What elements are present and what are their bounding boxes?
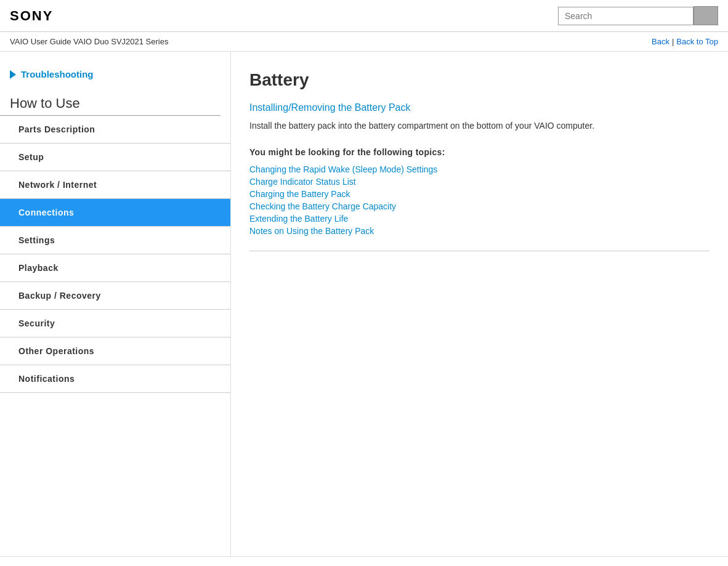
sidebar: Troubleshooting How to Use Parts Descrip… [0,52,231,556]
search-button[interactable] [694,6,718,25]
topics-heading: You might be looking for the following t… [249,147,710,157]
chevron-right-icon [10,70,16,79]
breadcrumb-bar: VAIO User Guide VAIO Duo SVJ2021 Series … [0,32,728,52]
backtotop-link[interactable]: Back to Top [676,37,718,46]
how-to-use-heading: How to Use [0,89,230,115]
content-divider [249,251,710,251]
sidebar-item-parts-description[interactable]: Parts Description [0,116,230,144]
sidebar-item-connections[interactable]: Connections [0,199,230,227]
sidebar-item-playback[interactable]: Playback [0,254,230,282]
sidebar-item-settings[interactable]: Settings [0,227,230,254]
topic-link-topic-1[interactable]: Changing the Rapid Wake (Sleep Mode) Set… [249,164,710,174]
topic-link-topic-5[interactable]: Extending the Battery Life [249,214,710,224]
topic-link-topic-6[interactable]: Notes on Using the Battery Pack [249,226,710,236]
sidebar-item-other-operations[interactable]: Other Operations [0,338,230,365]
sidebar-items: Parts DescriptionSetupNetwork / Internet… [0,116,230,393]
sidebar-item-network-internet[interactable]: Network / Internet [0,171,230,199]
guide-title: VAIO User Guide VAIO Duo SVJ2021 Series [10,37,168,46]
page-title: Battery [249,70,710,90]
sidebar-item-notifications[interactable]: Notifications [0,365,230,393]
main-description: Install the battery pack into the batter… [249,119,710,132]
topic-link-topic-4[interactable]: Checking the Battery Charge Capacity [249,201,710,211]
troubleshooting-label: Troubleshooting [21,69,94,79]
back-link[interactable]: Back [652,37,669,46]
breadcrumb-nav: Back | Back to Top [652,37,718,46]
topic-link-topic-3[interactable]: Charging the Battery Pack [249,189,710,199]
sidebar-item-security[interactable]: Security [0,310,230,338]
sidebar-item-setup[interactable]: Setup [0,144,230,171]
content-area: Battery Installing/Removing the Battery … [231,52,728,556]
search-area [558,6,718,25]
logo-area: SONY [10,8,53,24]
footer: © 2012 Sony Corporation [0,556,728,566]
main-topic-link[interactable]: Installing/Removing the Battery Pack [249,102,710,113]
header: SONY [0,0,728,32]
topic-links: Changing the Rapid Wake (Sleep Mode) Set… [249,164,710,236]
topic-link-topic-2[interactable]: Charge Indicator Status List [249,177,710,187]
troubleshooting-link[interactable]: Troubleshooting [0,64,230,89]
sidebar-item-backup-recovery[interactable]: Backup / Recovery [0,282,230,310]
sony-logo: SONY [10,8,53,24]
nav-separator: | [672,37,674,46]
main-layout: Troubleshooting How to Use Parts Descrip… [0,52,728,556]
search-input[interactable] [558,7,694,25]
